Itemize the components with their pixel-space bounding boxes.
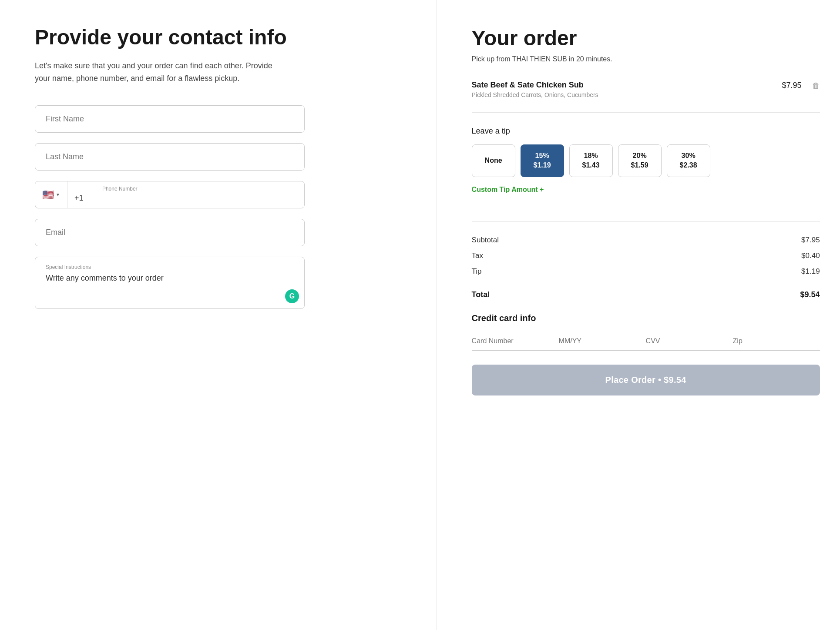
left-panel: Provide your contact info Let's make sur…	[0, 0, 437, 630]
total-row: Total $9.54	[472, 283, 820, 299]
card-fields	[472, 335, 820, 351]
subtotal-label: Subtotal	[472, 236, 499, 245]
special-instructions-wrapper: Special Instructions Write any comments …	[35, 257, 305, 309]
tax-label: Tax	[472, 251, 483, 260]
card-expiry-input[interactable]	[559, 335, 646, 347]
order-item-price: $7.95	[782, 81, 802, 90]
special-instructions-textarea[interactable]: Write any comments to your order	[46, 274, 294, 300]
phone-label: Phone Number	[102, 186, 138, 192]
special-instructions-label: Special Instructions	[46, 264, 294, 270]
subtotal-row: Subtotal $7.95	[472, 236, 820, 245]
order-item-name: Sate Beef & Sate Chicken Sub	[472, 80, 782, 90]
delete-item-icon[interactable]: 🗑	[812, 81, 820, 90]
tip-18-button[interactable]: 18% $1.43	[569, 144, 613, 177]
grammarly-icon: G	[285, 289, 299, 303]
phone-wrapper: 🇺🇸 ▼ Phone Number	[35, 181, 305, 208]
credit-card-title: Credit card info	[472, 313, 820, 323]
page-title: Provide your contact info	[35, 26, 402, 49]
special-instructions-group: Special Instructions Write any comments …	[35, 257, 402, 309]
tip-15-button[interactable]: 15% $1.19	[521, 144, 564, 177]
order-summary: Subtotal $7.95 Tax $0.40 Tip $1.19 Total…	[472, 236, 820, 299]
custom-tip-link[interactable]: Custom Tip Amount +	[472, 186, 544, 194]
card-number-input[interactable]	[472, 335, 559, 347]
dropdown-arrow-icon: ▼	[56, 192, 60, 197]
credit-card-section: Credit card info	[472, 313, 820, 351]
divider-1	[472, 112, 820, 113]
card-cvv-input[interactable]	[646, 335, 733, 347]
tip-summary-label: Tip	[472, 267, 482, 276]
order-item: Sate Beef & Sate Chicken Sub Pickled Shr…	[472, 80, 820, 98]
right-panel: Your order Pick up from THAI THIEN SUB i…	[437, 0, 840, 630]
order-item-details: Pickled Shredded Carrots, Onions, Cucumb…	[472, 91, 782, 98]
phone-group: 🇺🇸 ▼ Phone Number	[35, 181, 402, 208]
order-title: Your order	[472, 26, 820, 50]
tip-label: Leave a tip	[472, 127, 820, 136]
tip-30-button[interactable]: 30% $2.38	[667, 144, 710, 177]
tip-20-button[interactable]: 20% $1.59	[618, 144, 662, 177]
tip-summary-value: $1.19	[801, 267, 820, 276]
page-subtitle: Let's make sure that you and your order …	[35, 60, 279, 85]
subtotal-value: $7.95	[801, 236, 820, 245]
last-name-input[interactable]	[35, 143, 305, 171]
first-name-input[interactable]	[35, 105, 305, 133]
tax-row: Tax $0.40	[472, 251, 820, 260]
phone-flag-dropdown[interactable]: 🇺🇸 ▼	[35, 181, 67, 208]
tip-none-button[interactable]: None	[472, 144, 515, 177]
email-input[interactable]	[35, 219, 305, 246]
place-order-button[interactable]: Place Order • $9.54	[472, 365, 820, 395]
tip-row: Tip $1.19	[472, 267, 820, 276]
total-value: $9.54	[800, 290, 820, 299]
us-flag-icon: 🇺🇸	[42, 190, 54, 200]
pickup-info: Pick up from THAI THIEN SUB in 20 minute…	[472, 55, 820, 63]
tip-options: None 15% $1.19 18% $1.43 20% $1.59	[472, 144, 820, 177]
card-zip-input[interactable]	[733, 335, 820, 347]
divider-2	[472, 221, 820, 222]
last-name-group	[35, 143, 402, 171]
email-group	[35, 219, 402, 246]
tax-value: $0.40	[801, 251, 820, 260]
first-name-group	[35, 105, 402, 133]
total-label: Total	[472, 290, 490, 299]
